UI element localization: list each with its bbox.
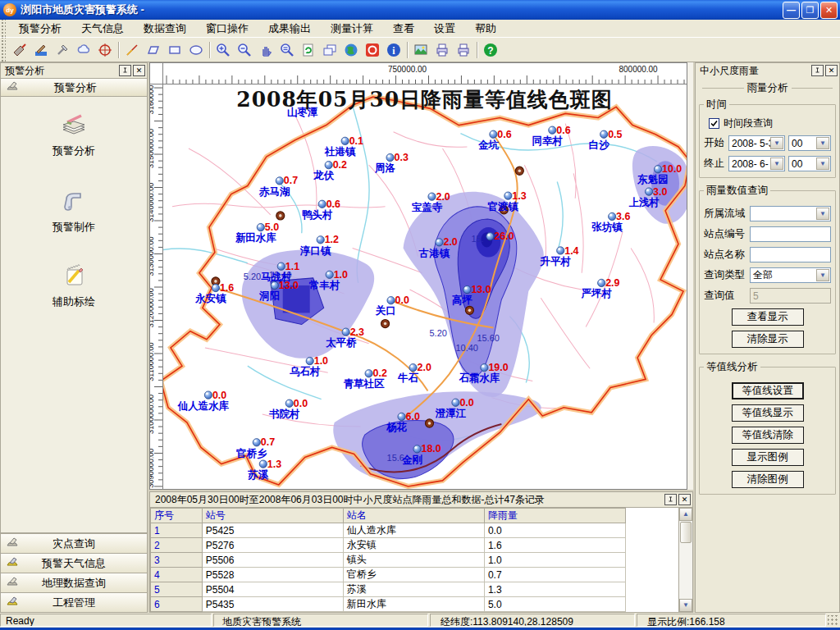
menu-item-6[interactable]: 测量计算: [321, 19, 383, 39]
help-icon[interactable]: ?: [480, 40, 501, 60]
start-date-picker[interactable]: 2008- 5-30▼: [728, 135, 785, 151]
column-header-降雨量[interactable]: 降雨量: [484, 509, 625, 523]
table-row[interactable]: 4P5528官桥乡0.7: [151, 568, 626, 582]
rainfall-contour-map[interactable]: 5.2010.4015.5.2015.6010.4015.6 山枣潭0.1社港镇…: [163, 84, 687, 489]
sidebar-group-1[interactable]: 灾点查询: [1, 533, 147, 553]
contour-button-4[interactable]: 显示图例: [732, 449, 804, 466]
start-hour-select[interactable]: 00▼: [788, 135, 831, 151]
resize-grip[interactable]: [828, 615, 838, 626]
menu-grip[interactable]: [0, 20, 6, 37]
chevron-down-icon[interactable]: ▼: [816, 137, 829, 149]
sidebar-item-3[interactable]: 辅助标绘: [1, 262, 147, 309]
time-range-checkbox[interactable]: 时间段查询: [709, 116, 831, 130]
center-column: 750000.00800000.00 3160000.003150000.003…: [149, 62, 693, 613]
contour-button-2[interactable]: 等值线显示: [732, 404, 804, 422]
sidebar-group-2[interactable]: 预警天气信息: [1, 553, 147, 573]
close-icon[interactable]: ✕: [825, 65, 838, 76]
locate-icon[interactable]: [94, 40, 116, 60]
table-row[interactable]: 3P5506镇头1.0: [151, 553, 626, 568]
sidebar-group-4[interactable]: 工程管理: [1, 592, 147, 612]
restore-button[interactable]: ❐: [801, 2, 819, 19]
chevron-down-icon[interactable]: ▼: [816, 158, 829, 170]
sidebar-item-2[interactable]: 预警制作: [1, 186, 147, 235]
table-row[interactable]: 1P5425仙人造水库0.0: [151, 523, 626, 538]
svg-text:3100000.00: 3100000.00: [150, 395, 155, 434]
table-row[interactable]: 7P5310洞阳13.0: [151, 612, 626, 613]
refresh-icon[interactable]: [298, 40, 319, 60]
clear-display-button[interactable]: 清除显示: [732, 331, 804, 348]
rainfall-table[interactable]: 序号站号站名降雨量 1P5425仙人造水库0.02P5276永安镇1.63P55…: [150, 508, 678, 612]
left-panel-groups: 灾点查询 预警天气信息 地理数据查询 工程管理: [0, 533, 148, 613]
sidebar-group-3[interactable]: 地理数据查询: [1, 573, 147, 592]
station-name-input[interactable]: [750, 247, 831, 262]
menu-item-7[interactable]: 查看: [383, 19, 424, 39]
basin-select[interactable]: ▼: [750, 206, 831, 221]
flood-icon[interactable]: [30, 40, 52, 60]
column-header-站号[interactable]: 站号: [202, 509, 343, 523]
cloud-icon[interactable]: [73, 40, 94, 60]
svg-text:0.6: 0.6: [497, 129, 511, 140]
zoom-in-icon[interactable]: [212, 40, 234, 60]
table-row[interactable]: 5P5504苏溪1.3: [151, 582, 626, 597]
table-row[interactable]: 6P5435新田水库5.0: [151, 597, 626, 612]
ellipse-icon[interactable]: [185, 40, 207, 60]
image-icon[interactable]: [410, 40, 431, 60]
chevron-down-icon[interactable]: ▼: [770, 137, 783, 149]
data-cell: 官桥乡: [343, 568, 484, 582]
minimize-button[interactable]: —: [783, 2, 800, 19]
end-hour-select[interactable]: 00▼: [788, 156, 831, 171]
menu-item-2[interactable]: 天气信息: [71, 19, 134, 39]
station-id-input[interactable]: [750, 226, 831, 242]
globe-icon[interactable]: [340, 40, 362, 60]
contour-button-3[interactable]: 等值线清除: [732, 427, 804, 444]
toolbar-grip[interactable]: [0, 38, 6, 62]
chevron-down-icon[interactable]: ▼: [816, 269, 829, 281]
scroll-up-icon[interactable]: ▲: [679, 508, 692, 521]
pin-icon[interactable]: [119, 65, 131, 76]
close-button[interactable]: ✕: [820, 2, 838, 19]
close-icon[interactable]: ✕: [678, 494, 691, 505]
checkbox-icon[interactable]: [709, 118, 719, 129]
end-date-picker[interactable]: 2008- 6- 3▼: [728, 156, 785, 171]
station-name-label: 站点名称: [704, 248, 750, 262]
hammer-icon[interactable]: [52, 40, 73, 60]
menu-item-3[interactable]: 数据查询: [134, 19, 196, 39]
column-header-站名[interactable]: 站名: [343, 509, 484, 523]
line-icon[interactable]: [121, 40, 143, 60]
chevron-down-icon[interactable]: ▼: [770, 158, 783, 170]
stop-icon[interactable]: [362, 40, 383, 60]
menu-item-4[interactable]: 窗口操作: [196, 19, 258, 39]
sidebar-item-1[interactable]: 预警分析: [1, 112, 147, 158]
query-type-select[interactable]: 全部▼: [750, 267, 831, 283]
pin-icon[interactable]: [811, 65, 824, 76]
left-group-title: 预警分析: [24, 80, 147, 95]
contour-button-5[interactable]: 清除图例: [732, 471, 804, 488]
chevron-down-icon[interactable]: ▼: [816, 208, 829, 220]
contour-button-1[interactable]: 等值线设置: [732, 382, 804, 399]
satellite-icon[interactable]: [9, 40, 30, 60]
scroll-down-icon[interactable]: ▼: [679, 599, 692, 612]
cascade-icon[interactable]: [319, 40, 340, 60]
close-icon[interactable]: ✕: [133, 65, 145, 76]
station-peak[interactable]: 26.0: [486, 231, 514, 242]
table-row[interactable]: 2P5276永安镇1.6: [151, 538, 626, 553]
show-display-button[interactable]: 查看显示: [732, 308, 804, 326]
menu-item-5[interactable]: 成果输出: [258, 19, 321, 39]
polygon-icon[interactable]: [143, 40, 164, 60]
table-scrollbar[interactable]: ▲ ▼: [678, 508, 692, 612]
zoom-out-icon[interactable]: [234, 40, 255, 60]
pin-icon[interactable]: [664, 494, 677, 505]
menu-item-1[interactable]: 预警分析: [9, 19, 71, 39]
pan-icon[interactable]: [255, 40, 276, 60]
print-icon[interactable]: [431, 40, 453, 60]
menu-item-9[interactable]: 帮助: [465, 19, 506, 39]
menu-item-8[interactable]: 设置: [424, 19, 465, 39]
left-group-header[interactable]: 预警分析: [0, 78, 148, 97]
map-canvas-area[interactable]: 5.2010.4015.5.2015.6010.4015.6 山枣潭0.1社港镇…: [163, 84, 687, 490]
scroll-thumb[interactable]: [680, 522, 692, 543]
rectangle-icon[interactable]: [164, 40, 185, 60]
print-alt-icon[interactable]: [453, 40, 474, 60]
info-icon[interactable]: i: [383, 40, 404, 60]
zoom-window-icon[interactable]: [276, 40, 298, 60]
column-header-序号[interactable]: 序号: [151, 509, 203, 523]
